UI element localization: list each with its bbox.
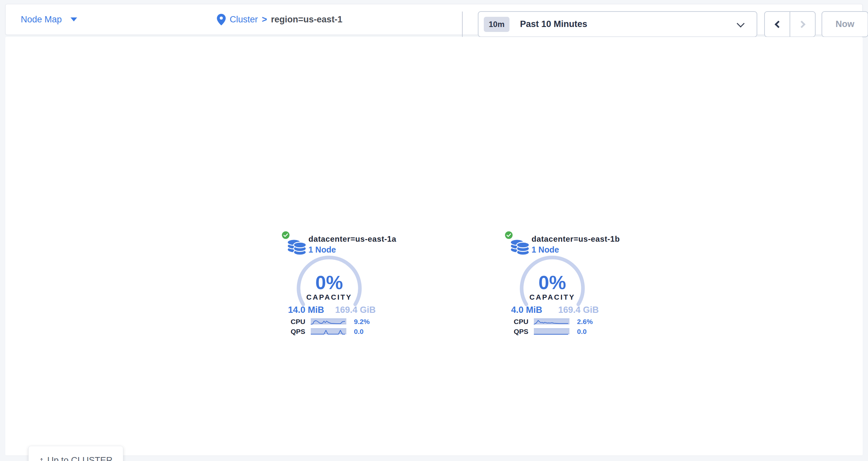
chevron-left-icon [774,21,782,28]
capacity-total: 169.4 GiB [558,305,599,315]
metric-row-qps: QPS 0.0 [281,328,399,334]
capacity-values-row: 14.0 MiB 169.4 GiB [288,305,376,315]
capacity-caption: CAPACITY [518,293,587,302]
breadcrumb-cluster-link[interactable]: Cluster [230,14,258,25]
breadcrumb: Cluster > region=us-east-1 [217,4,342,35]
location-pin-icon [217,14,226,25]
capacity-percent: 0% [518,271,587,293]
metric-value: 2.6% [577,318,593,326]
capacity-used: 4.0 MiB [511,305,542,315]
cpu-sparkline [534,319,569,324]
now-button[interactable]: Now [822,11,868,37]
datacenter-title: datacenter=us-east-1b [531,234,620,244]
metric-label: QPS [291,328,305,335]
caret-down-icon [70,18,77,22]
time-range-badge: 10m [484,17,509,32]
qps-sparkline [311,328,346,334]
capacity-used: 14.0 MiB [288,305,324,315]
chevron-right-icon [798,21,805,28]
metric-value: 9.2% [354,318,370,326]
top-bar: Node Map Cluster > region=us-east-1 10m … [5,4,863,35]
view-selector-label: Node Map [21,14,62,25]
metric-value: 0.0 [577,328,587,335]
metric-row-qps: QPS 0.0 [504,328,622,334]
up-to-cluster-button[interactable]: ↑ Up to CLUSTER [28,446,123,461]
capacity-percent: 0% [294,271,364,293]
metric-row-cpu: CPU 9.2% [281,319,399,324]
metric-label: CPU [291,318,305,326]
time-forward-button[interactable] [789,12,815,37]
time-nav-group [764,11,816,37]
arrow-up-icon: ↑ [39,455,44,461]
datacenter-node-count: 1 Node [531,245,559,255]
time-range-label: Past 10 Minutes [520,19,587,29]
view-selector-dropdown[interactable]: Node Map [21,4,77,35]
qps-sparkline [534,328,569,334]
datacenter-card[interactable]: datacenter=us-east-1a 1 Node 0% CAPACITY… [281,230,399,339]
topbar-divider [462,11,463,37]
breadcrumb-separator: > [262,14,267,25]
datacenter-node-count: 1 Node [308,245,336,255]
breadcrumb-current: region=us-east-1 [271,14,342,25]
capacity-values-row: 4.0 MiB 169.4 GiB [511,305,599,315]
time-back-button[interactable] [765,12,789,37]
capacity-total: 169.4 GiB [335,305,376,315]
cpu-sparkline [311,319,346,324]
chevron-down-icon [737,20,744,27]
metric-label: QPS [514,328,528,335]
up-to-cluster-label: Up to CLUSTER [47,455,112,461]
datacenter-card[interactable]: datacenter=us-east-1b 1 Node 0% CAPACITY… [504,230,622,339]
capacity-caption: CAPACITY [294,293,364,302]
metric-row-cpu: CPU 2.6% [504,319,622,324]
metric-value: 0.0 [354,328,364,335]
datacenter-title: datacenter=us-east-1a [308,234,397,244]
metric-label: CPU [514,318,528,326]
node-map-canvas: datacenter=us-east-1a 1 Node 0% CAPACITY… [5,37,863,455]
time-range-selector[interactable]: 10m Past 10 Minutes [478,11,757,37]
